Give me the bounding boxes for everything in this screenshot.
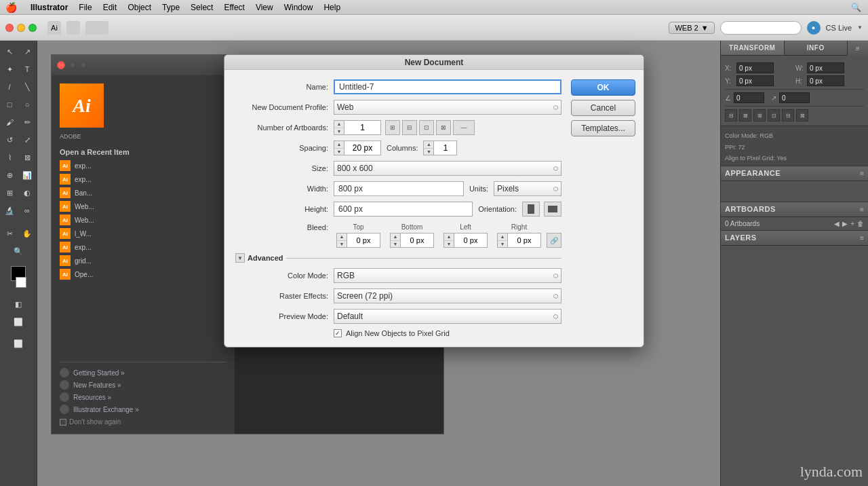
dialog-body: Name: New Document Profile: Web ⬡ Number… (224, 70, 644, 347)
advanced-line (286, 258, 561, 259)
color-mode-row: Color Mode: RGB ⬡ (235, 268, 561, 283)
profile-select[interactable]: Web ⬡ (334, 100, 561, 115)
spacing-label: Spacing: (235, 144, 334, 152)
bleed-bottom-up[interactable]: ▲ (391, 233, 400, 241)
artboard-arrange-col[interactable]: ⊠ (436, 120, 451, 135)
orientation-label: Orientation: (478, 205, 517, 213)
menubar: 🍎 Illustrator File Edit Object Type Sele… (0, 0, 868, 15)
menu-view[interactable]: View (256, 3, 273, 12)
spacing-up[interactable]: ▲ (334, 141, 344, 149)
bleed-top-value: 0 px (347, 236, 380, 244)
artboard-layout-icons: ⊞ ⊟ ⊡ ⊠ — (385, 120, 475, 135)
advanced-label: Advanced (248, 254, 283, 262)
bleed-right-value: 0 px (508, 236, 540, 244)
artboards-down[interactable]: ▼ (334, 128, 344, 135)
templates-button[interactable]: Templates... (571, 120, 635, 136)
columns-up[interactable]: ▲ (424, 141, 433, 149)
artboard-grid-by-col[interactable]: ⊟ (402, 120, 417, 135)
bleed-bottom-value: 0 px (401, 236, 433, 244)
bleed-section: Bleed: Top Bottom Left (235, 222, 561, 248)
height-label: Height: (235, 205, 334, 213)
bleed-right-down[interactable]: ▼ (498, 241, 507, 248)
bleed-top-down[interactable]: ▼ (337, 241, 347, 248)
bleed-inputs-row: ▲ ▼ 0 px ▲ ▼ 0 px (235, 233, 561, 248)
bleed-left-up[interactable]: ▲ (444, 233, 454, 241)
bleed-bottom-header: Bottom (390, 222, 434, 231)
size-label: Size: (235, 164, 334, 172)
bleed-inputs: ▲ ▼ 0 px ▲ ▼ 0 px (336, 233, 541, 248)
artboards-up[interactable]: ▲ (334, 121, 344, 128)
columns-down[interactable]: ▼ (424, 149, 433, 155)
menu-effect[interactable]: Effect (224, 3, 244, 12)
ok-button[interactable]: OK (571, 79, 635, 96)
bleed-top-up[interactable]: ▲ (337, 233, 347, 241)
dialog-buttons: OK Cancel Templates... (571, 79, 635, 337)
spacing-input: ▲ ▼ 20 px (334, 141, 381, 155)
columns-value: 1 (434, 143, 456, 153)
raster-label: Raster Effects: (235, 292, 334, 300)
menu-illustrator[interactable]: Illustrator (31, 3, 68, 12)
menu-edit[interactable]: Edit (103, 3, 117, 12)
width-input[interactable] (334, 181, 464, 196)
bleed-bottom-input: ▲ ▼ 0 px (390, 233, 434, 248)
bleed-top-header: Top (336, 222, 380, 231)
color-mode-select[interactable]: RGB ⬡ (334, 268, 561, 283)
height-input[interactable] (334, 202, 473, 217)
name-row: Name: (235, 79, 561, 94)
orientation-buttons (522, 202, 561, 217)
dialog-overlay: New Document Name: New Document Profile:… (0, 0, 868, 486)
cancel-button[interactable]: Cancel (571, 100, 635, 116)
dialog-titlebar: New Document (224, 55, 644, 70)
spacing-row: Spacing: ▲ ▼ 20 px Columns: ▲ ▼ (235, 141, 561, 155)
apple-menu[interactable]: 🍎 (5, 2, 17, 13)
raster-row: Raster Effects: Screen (72 ppi) ⬡ (235, 288, 561, 303)
bleed-link-button[interactable]: 🔗 (547, 233, 561, 248)
artboards-spin: ▲ ▼ (334, 121, 344, 134)
units-label: Units: (469, 185, 488, 193)
units-select[interactable]: Pixels ⬡ (494, 181, 561, 196)
bleed-column-headers: Top Bottom Left Right (336, 222, 541, 231)
menu-help[interactable]: Help (323, 3, 340, 12)
advanced-toggle[interactable]: ▼ Advanced (235, 253, 561, 263)
bleed-right-input: ▲ ▼ 0 px (497, 233, 541, 248)
new-document-dialog: New Document Name: New Document Profile:… (224, 54, 644, 348)
dialog-title: New Document (405, 58, 464, 67)
bleed-right-up[interactable]: ▲ (498, 233, 507, 241)
artboard-arrange-row[interactable]: ⊡ (419, 120, 434, 135)
spacing-down[interactable]: ▼ (334, 149, 344, 155)
landscape-btn[interactable] (544, 202, 561, 217)
profile-row: New Document Profile: Web ⬡ (235, 100, 561, 115)
advanced-triangle: ▼ (235, 253, 245, 263)
spacing-value: 20 px (344, 143, 380, 153)
align-checkbox-row: Align New Objects to Pixel Grid (334, 329, 561, 337)
menu-select[interactable]: Select (191, 3, 213, 12)
align-checkbox-label: Align New Objects to Pixel Grid (346, 329, 450, 337)
bleed-left-down[interactable]: ▼ (444, 241, 454, 248)
name-label: Name: (235, 83, 334, 91)
artboards-value: 1 (344, 123, 380, 132)
bleed-left-input: ▲ ▼ 0 px (443, 233, 488, 248)
preview-label: Preview Mode: (235, 312, 334, 320)
height-row: Height: Orientation: (235, 202, 561, 217)
bleed-bottom-down[interactable]: ▼ (391, 241, 400, 248)
landscape-icon (548, 206, 557, 212)
portrait-btn[interactable] (522, 202, 540, 217)
menubar-search[interactable]: 🔍 (849, 1, 863, 14)
name-input[interactable] (334, 79, 561, 94)
menu-type[interactable]: Type (162, 3, 180, 12)
preview-select[interactable]: Default ⬡ (334, 309, 561, 324)
size-select[interactable]: 800 x 600 ⬡ (334, 161, 561, 176)
artboard-grid-by-row[interactable]: ⊞ (385, 120, 400, 135)
size-row: Size: 800 x 600 ⬡ (235, 161, 561, 176)
artboard-spacing-btn[interactable]: — (453, 120, 475, 135)
bleed-label: Bleed: (235, 223, 334, 231)
columns-input: ▲ ▼ 1 (423, 141, 457, 155)
menu-file[interactable]: File (79, 3, 92, 12)
bleed-left-header: Left (443, 222, 488, 231)
align-checkbox[interactable] (334, 329, 342, 337)
menu-object[interactable]: Object (127, 3, 151, 12)
preview-row: Preview Mode: Default ⬡ (235, 309, 561, 324)
portrait-icon (528, 204, 534, 214)
menu-window[interactable]: Window (284, 3, 313, 12)
raster-select[interactable]: Screen (72 ppi) ⬡ (334, 288, 561, 303)
